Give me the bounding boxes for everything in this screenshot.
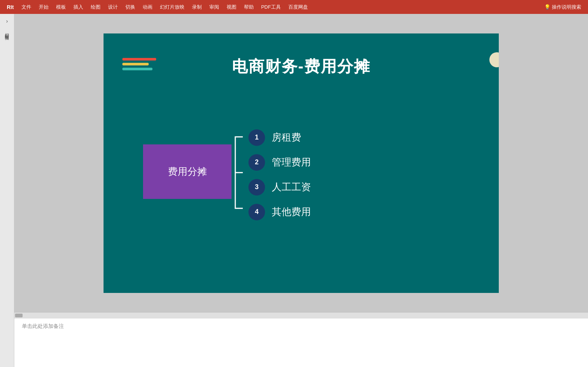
slide-title: 电商财务-费用分摊 <box>104 56 499 77</box>
item-text-2: 管理费用 <box>272 156 311 169</box>
menu-draw[interactable]: 绘图 <box>87 0 104 14</box>
menu-baidu[interactable]: 百度网盘 <box>285 0 312 14</box>
menu-bar: RIt 文件 开始 模板 插入 绘图 设计 切换 动画 幻灯片放映 录制 审阅 … <box>0 0 588 14</box>
item-circle-1: 1 <box>248 129 265 146</box>
menu-gear[interactable]: 💡 操作说明搜索 <box>541 0 585 14</box>
app-logo: RIt <box>3 0 18 14</box>
purple-box-label: 费用分摊 <box>168 165 207 178</box>
slide-item-3: 3 人工工资 <box>248 179 311 196</box>
menu-design[interactable]: 设计 <box>104 0 122 14</box>
menu-template[interactable]: 模板 <box>52 0 70 14</box>
menu-transition[interactable]: 切换 <box>122 0 139 14</box>
menu-insert[interactable]: 插入 <box>70 0 87 14</box>
menu-view[interactable]: 视图 <box>223 0 240 14</box>
menu-review[interactable]: 审阅 <box>206 0 223 14</box>
left-sidebar: › 幻灯缩略图 <box>0 14 14 367</box>
item-circle-4: 4 <box>248 204 265 220</box>
purple-box: 费用分摊 <box>143 144 232 199</box>
item-text-4: 其他费用 <box>272 205 311 218</box>
menu-animation[interactable]: 动画 <box>139 0 156 14</box>
slide-container: 电商财务-费用分摊 费用分摊 1 <box>14 14 588 312</box>
slide[interactable]: 电商财务-费用分摊 费用分摊 1 <box>104 33 499 293</box>
item-circle-2: 2 <box>248 154 265 171</box>
sidebar-toggle[interactable]: › <box>3 17 11 25</box>
item-text-3: 人工工资 <box>272 180 311 194</box>
slide-item-2: 2 管理费用 <box>248 154 311 171</box>
slide-item-4: 4 其他费用 <box>248 204 311 220</box>
menu-pdf[interactable]: PDF工具 <box>257 0 285 14</box>
sidebar-label-slides[interactable]: 幻灯缩略图 <box>4 30 10 33</box>
main-layout: › 幻灯缩略图 电商财务-费用分摊 费用分摊 <box>0 14 588 367</box>
items-list: 1 房租费 2 管理费用 3 人工工资 <box>248 129 311 220</box>
menu-slideshow[interactable]: 幻灯片放映 <box>156 0 188 14</box>
menu-help[interactable]: 帮助 <box>240 0 257 14</box>
item-circle-3: 3 <box>248 179 265 196</box>
item-text-1: 房租费 <box>272 131 301 144</box>
notes-area[interactable]: 单击此处添加备注 <box>14 318 588 367</box>
menu-record[interactable]: 录制 <box>188 0 206 14</box>
menu-home[interactable]: 开始 <box>35 0 52 14</box>
bulb-icon: 💡 <box>544 4 550 10</box>
scrollbar-thumb[interactable] <box>15 314 23 317</box>
slide-item-1: 1 房租费 <box>248 129 311 146</box>
bracket-connector <box>232 135 247 210</box>
scrollbar-area[interactable] <box>14 312 588 318</box>
notes-placeholder[interactable]: 单击此处添加备注 <box>22 323 580 330</box>
slide-panel: 电商财务-费用分摊 费用分摊 1 <box>14 14 588 367</box>
menu-file[interactable]: 文件 <box>18 0 35 14</box>
